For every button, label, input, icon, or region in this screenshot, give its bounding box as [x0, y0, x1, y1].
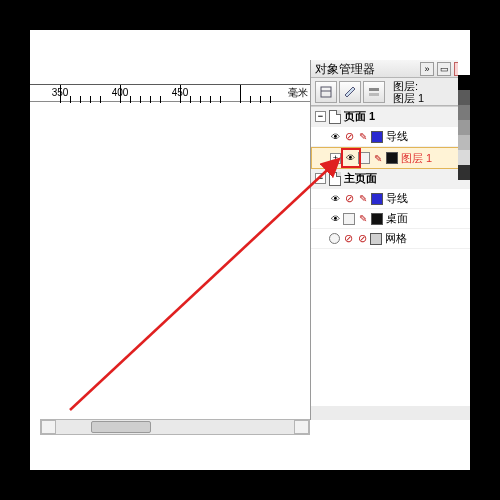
tool-edit-across-layers[interactable]	[339, 81, 361, 103]
visibility-toggle[interactable]	[329, 131, 341, 143]
visibility-toggle[interactable]	[344, 152, 356, 164]
row-label: 网格	[385, 231, 407, 246]
tree-row-layer-1[interactable]: + 图层 1	[311, 147, 470, 169]
color-swatch[interactable]	[371, 213, 383, 225]
color-palette[interactable]	[458, 60, 470, 420]
print-disabled-icon[interactable]	[343, 131, 355, 143]
color-swatch[interactable]	[371, 131, 383, 143]
tree-row-grid[interactable]: 网格	[311, 229, 470, 249]
object-tree[interactable]: − 页面 1 导线 + 图层 1	[311, 106, 470, 406]
edit-disabled-icon[interactable]	[356, 233, 368, 245]
row-label: 导线	[386, 191, 408, 206]
canvas-area[interactable]: 350 400 450 毫米	[30, 30, 310, 470]
row-label: 桌面	[386, 211, 408, 226]
edit-toggle[interactable]	[357, 213, 369, 225]
edit-toggle[interactable]	[357, 193, 369, 205]
ruler-tick-label: 450	[172, 87, 189, 98]
tree-row-desktop[interactable]: 桌面	[311, 209, 470, 229]
palette-swatch[interactable]	[458, 135, 470, 150]
scroll-thumb[interactable]	[91, 421, 151, 433]
palette-swatch[interactable]	[458, 60, 470, 75]
tree-row-guides[interactable]: 导线	[311, 127, 470, 147]
collapse-button[interactable]: »	[420, 62, 434, 76]
collapse-icon[interactable]: −	[315, 111, 326, 122]
color-swatch[interactable]	[386, 152, 398, 164]
visibility-toggle[interactable]	[329, 193, 341, 205]
tree-section-master[interactable]: − 主页面	[311, 169, 470, 189]
color-swatch[interactable]	[370, 233, 382, 245]
svg-rect-3	[369, 93, 379, 96]
print-toggle[interactable]	[343, 213, 355, 225]
ruler-unit: 毫米	[288, 86, 308, 100]
palette-swatch[interactable]	[458, 165, 470, 180]
tree-row-guides-master[interactable]: 导线	[311, 189, 470, 209]
svg-rect-2	[369, 88, 379, 91]
collapse-icon[interactable]: −	[315, 173, 326, 184]
undock-button[interactable]: ▭	[437, 62, 451, 76]
row-label: 导线	[386, 129, 408, 144]
panel-title: 对象管理器	[315, 60, 375, 78]
edit-toggle[interactable]	[357, 131, 369, 143]
ruler-tick-label: 400	[112, 87, 129, 98]
tree-section-page[interactable]: − 页面 1	[311, 107, 470, 127]
visibility-toggle[interactable]	[329, 213, 341, 225]
visibility-toggle[interactable]	[329, 233, 340, 244]
edit-toggle[interactable]	[372, 152, 384, 164]
scroll-left-button[interactable]	[41, 420, 56, 434]
page-icon	[329, 172, 341, 186]
horizontal-scrollbar[interactable]	[40, 419, 310, 435]
palette-swatch[interactable]	[458, 120, 470, 135]
section-label: 页面 1	[344, 109, 375, 124]
row-label: 图层 1	[401, 151, 432, 166]
tool-show-properties[interactable]	[315, 81, 337, 103]
horizontal-ruler: 350 400 450	[30, 84, 310, 102]
tool-layer-manager-view[interactable]	[363, 81, 385, 103]
palette-swatch[interactable]	[458, 105, 470, 120]
scroll-right-button[interactable]	[294, 420, 309, 434]
expand-icon[interactable]: +	[330, 153, 341, 164]
print-disabled-icon[interactable]	[342, 233, 354, 245]
object-manager-panel: 对象管理器 » ▭ ✕ 图层: 图层 1 − 页面 1	[310, 60, 470, 420]
svg-rect-0	[321, 87, 331, 97]
current-layer-caption: 图层: 图层 1	[393, 80, 424, 104]
palette-swatch[interactable]	[458, 90, 470, 105]
palette-swatch[interactable]	[458, 75, 470, 90]
palette-swatch[interactable]	[458, 150, 470, 165]
color-swatch[interactable]	[371, 193, 383, 205]
print-toggle[interactable]	[358, 152, 370, 164]
page-icon	[329, 110, 341, 124]
ruler-tick-label: 350	[52, 87, 69, 98]
print-disabled-icon[interactable]	[343, 193, 355, 205]
section-label: 主页面	[344, 171, 377, 186]
